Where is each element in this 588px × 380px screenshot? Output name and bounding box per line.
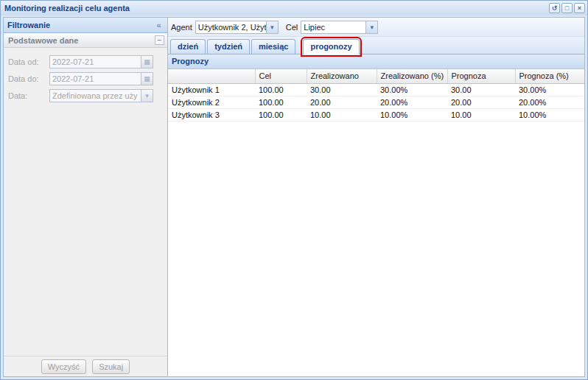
cell-zrealizowano-pct: 10.00% (377, 108, 447, 121)
column-header-prognoza-pct[interactable]: Prognoza (%) (515, 69, 584, 83)
column-header-cel[interactable]: Cel (255, 69, 307, 83)
date-from-label: Data od: (8, 57, 49, 66)
cell-zrealizowano-pct: 20.00% (377, 96, 447, 108)
date-to-field: ▦ (49, 72, 153, 85)
date-to-label: Data do: (8, 74, 49, 83)
chevron-down-icon[interactable]: ▾ (266, 21, 279, 34)
main-panel: Agent Użytkownik 2, Użytkowr ▾ Cel Lipie… (168, 17, 585, 377)
tab-tydzien[interactable]: tydzień (207, 39, 250, 54)
table-header-row: Cel Zrealizowano Zrealizowano (%) Progno… (168, 69, 584, 83)
tab-dzien[interactable]: dzień (170, 39, 206, 54)
column-header-prognoza[interactable]: Prognoza (447, 69, 515, 83)
date-from-field: ▦ (49, 55, 153, 68)
close-icon[interactable]: × (574, 3, 585, 13)
chevron-down-icon[interactable]: ▾ (365, 21, 378, 34)
top-toolbar: Agent Użytkownik 2, Użytkowr ▾ Cel Lipie… (168, 18, 584, 37)
filter-footer: Wyczyść Szukaj (4, 356, 167, 376)
date-type-label: Data: (8, 91, 49, 100)
maximize-icon[interactable]: □ (561, 3, 573, 13)
cell-user: Użytkownik 3 (168, 108, 255, 121)
date-type-input[interactable] (49, 89, 141, 102)
date-type-row: Data: ▾ (8, 89, 163, 102)
calendar-icon[interactable]: ▦ (141, 72, 153, 85)
filter-panel-header: Filtrowanie « (4, 18, 167, 33)
date-type-combobox: ▾ (49, 89, 153, 102)
filter-panel-title: Filtrowanie (7, 21, 153, 29)
column-header-zrealizowano-pct[interactable]: Zrealizowano (%) (377, 69, 447, 83)
filter-form: Data od: ▦ Data do: ▦ Data: ▾ (4, 48, 167, 106)
cell-cel: 100.00 (255, 108, 307, 121)
tab-progonozy[interactable]: progonozy (303, 39, 359, 54)
filter-panel: Filtrowanie « Podstawowe dane − Data od:… (3, 17, 168, 377)
pin-icon[interactable]: ↺ (549, 3, 560, 13)
agent-combobox-value: Użytkownik 2, Użytkowr (195, 21, 266, 34)
cell-cel: 100.00 (255, 96, 307, 108)
cell-cel: 100.00 (255, 83, 307, 96)
column-header-name[interactable] (168, 69, 255, 83)
table-row[interactable]: Użytkownik 1 100.00 30.00 30.00% 30.00 3… (168, 83, 584, 96)
table-row[interactable]: Użytkownik 2 100.00 20.00 20.00% 20.00 2… (168, 96, 584, 108)
tab-bar: dzień tydzień miesiąc progonozy (168, 37, 584, 54)
cell-zrealizowano: 20.00 (307, 96, 377, 108)
collapse-section-icon[interactable]: − (155, 35, 164, 45)
chevron-down-icon[interactable]: ▾ (141, 89, 153, 102)
cel-combobox-value: Lipiec (301, 21, 365, 34)
clear-button[interactable]: Wyczyść (41, 359, 86, 374)
window-controls: ↺ □ × (549, 3, 585, 13)
cell-zrealizowano-pct: 30.00% (377, 83, 447, 96)
date-to-row: Data do: ▦ (8, 72, 163, 85)
cell-zrealizowano: 30.00 (307, 83, 377, 96)
date-from-input[interactable] (49, 55, 141, 68)
cell-prognoza: 20.00 (447, 96, 515, 108)
cell-user: Użytkownik 1 (168, 83, 255, 96)
cell-prognoza-pct: 30.00% (515, 83, 584, 96)
window-titlebar: Monitoring realizacji celu agenta ↺ □ × (1, 1, 587, 15)
cell-zrealizowano: 10.00 (307, 108, 377, 121)
cel-combobox[interactable]: Lipiec ▾ (301, 21, 378, 34)
tab-miesiac[interactable]: miesiąc (251, 39, 295, 54)
calendar-icon[interactable]: ▦ (141, 55, 153, 68)
prognozy-panel-header: Prognozy (168, 54, 584, 69)
column-header-zrealizowano[interactable]: Zrealizowano (307, 69, 377, 83)
cell-prognoza: 10.00 (447, 108, 515, 121)
basic-data-section-title: Podstawowe dane (8, 36, 155, 45)
cel-label: Cel (286, 23, 298, 32)
basic-data-section-header[interactable]: Podstawowe dane − (4, 33, 167, 48)
cell-prognoza-pct: 20.00% (515, 96, 584, 108)
forecast-table: Cel Zrealizowano Zrealizowano (%) Progno… (168, 69, 584, 122)
collapse-left-icon[interactable]: « (153, 20, 164, 31)
date-from-row: Data od: ▦ (8, 55, 163, 68)
cell-prognoza-pct: 10.00% (515, 108, 584, 121)
date-to-input[interactable] (49, 72, 141, 85)
window-title: Monitoring realizacji celu agenta (4, 4, 549, 13)
window: Monitoring realizacji celu agenta ↺ □ × … (0, 0, 588, 380)
cell-prognoza: 30.00 (447, 83, 515, 96)
cell-user: Użytkownik 2 (168, 96, 255, 108)
agent-combobox[interactable]: Użytkownik 2, Użytkowr ▾ (195, 21, 279, 34)
table-row[interactable]: Użytkownik 3 100.00 10.00 10.00% 10.00 1… (168, 108, 584, 121)
search-button[interactable]: Szukaj (92, 359, 130, 374)
agent-label: Agent (171, 23, 192, 32)
